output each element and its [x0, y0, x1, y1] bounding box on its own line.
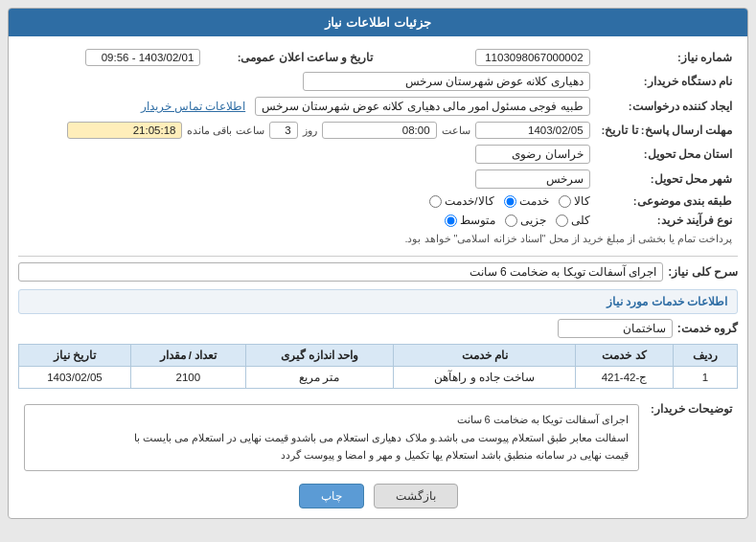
buyer-name-label: نام دستگاه خریدار: [596, 69, 738, 94]
province-box: خراسان رضوی [475, 145, 590, 164]
category-options: کالا خدمت کالا/خدمت [18, 192, 596, 211]
deadline-date-box: 1403/02/05 [475, 122, 590, 139]
cell-row-num: 1 [673, 367, 737, 389]
header-title: جزئیات اطلاعات نیاز [325, 15, 430, 30]
radio-kala[interactable]: کالا [559, 194, 590, 208]
services-table: ردیف کد خدمت نام خدمت واحد اندازه گیری ت… [18, 344, 738, 389]
delivery-province-label: استان محل تحویل: [596, 142, 738, 167]
service-title-label: سرح کلی نیاز: [668, 265, 738, 279]
payment-note: پرداخت تمام یا بخشی از مبلغ خرید از محل … [404, 233, 732, 244]
creator-box: طبیه فوجی مسئول امور مالی دهیاری کلانه ع… [255, 97, 590, 116]
buyer-name-box: دهیاری کلانه عوض شهرستان سرخس [303, 72, 590, 91]
remaining-box: 21:05:18 [67, 122, 182, 139]
notes-value: اجرای آسفالت تویکا به ضخامت 6 سانت اسفال… [18, 396, 645, 474]
card-body: شماره نیاز: 1103098067000002 تاریخ و ساع… [9, 36, 747, 518]
main-card: جزئیات اطلاعات نیاز شماره نیاز: 11030980… [8, 8, 748, 519]
category-label: طبقه بندی موضوعی: [596, 192, 738, 211]
cell-quantity: 2100 [130, 367, 245, 389]
city-box: سرخس [475, 169, 590, 189]
service-details-header: اطلاعات خدمات مورد نیاز [18, 289, 738, 314]
radio-jozii[interactable]: جزیی [505, 214, 546, 227]
radio-koli[interactable]: کلی [556, 214, 590, 227]
cell-unit: متر مریع [245, 367, 393, 389]
page-wrapper: جزئیات اطلاعات نیاز شماره نیاز: 11030980… [0, 0, 756, 542]
day-box: 3 [269, 122, 298, 139]
creator-link[interactable]: اطلاعات تماس خریدار [141, 101, 245, 112]
remaining-label: ساعت باقی مانده [187, 124, 263, 137]
back-button[interactable]: بازگشت [374, 484, 458, 508]
deadline-row: 1403/02/05 ساعت 08:00 روز 3 ساعت باقی ما… [18, 119, 596, 142]
delivery-city-label: شهر محل تحویل: [596, 167, 738, 192]
table-row: 1 ج-42-421 ساخت جاده و راهآهن متر مریع 2… [19, 367, 738, 389]
cell-date: 1403/02/05 [19, 367, 131, 389]
col-date: تاریخ نیاز [19, 345, 131, 367]
buyer-name-value: دهیاری کلانه عوض شهرستان سرخس [18, 69, 596, 94]
payment-note-cell: پرداخت تمام یا بخشی از مبلغ خرید از محل … [18, 230, 738, 248]
radio-kala-khadamat[interactable]: کالا/خدمت [429, 194, 493, 208]
deadline-label: مهلت ارسال پاسخ: تا تاریخ: [596, 119, 738, 142]
creator-value: طبیه فوجی مسئول امور مالی دهیاری کلانه ع… [18, 94, 596, 119]
creator-label: ایجاد کننده درخواست: [596, 94, 738, 119]
col-row-num: ردیف [673, 345, 737, 367]
cell-service-name: ساخت جاده و راهآهن [393, 367, 575, 389]
card-header: جزئیات اطلاعات نیاز [9, 9, 747, 36]
ref-number-label: شماره نیاز: [596, 46, 738, 69]
divider-1 [18, 256, 738, 257]
process-type-label: نوع فرآیند خرید: [596, 211, 738, 230]
date-time-label: تاریخ و ساعت اعلان عمومی: [206, 46, 378, 69]
ref-number-box: 1103098067000002 [475, 49, 590, 66]
service-group-label: گروه خدمت: [677, 322, 738, 335]
delivery-province-value: خراسان رضوی [18, 142, 596, 167]
service-description-box: اجرای آسفالت تویکا به ضخامت 6 سانت [18, 262, 663, 282]
hour-label: ساعت [442, 124, 470, 137]
notes-table: توضیحات خریدار: اجرای آسفالت تویکا به ضخ… [18, 396, 738, 474]
hour-box: 08:00 [322, 122, 437, 139]
notes-box: اجرای آسفالت تویکا به ضخامت 6 سانت اسفال… [24, 404, 639, 471]
radio-mota-waset[interactable]: متوسط [445, 214, 495, 227]
service-group-row: گروه خدمت: ساختمان [18, 319, 738, 338]
col-service-name: نام خدمت [393, 345, 575, 367]
cell-service-code: ج-42-421 [576, 367, 673, 389]
col-unit: واحد اندازه گیری [245, 345, 393, 367]
col-service-code: کد خدمت [576, 345, 673, 367]
date-time-value: 1403/02/01 - 09:56 [18, 46, 206, 69]
service-desc-row: سرح کلی نیاز: اجرای آسفالت تویکا به ضخام… [18, 262, 738, 282]
date-time-box: 1403/02/01 - 09:56 [85, 49, 200, 66]
day-label: روز [303, 124, 317, 137]
col-quantity: تعداد / مقدار [130, 345, 245, 367]
delivery-city-value: سرخس [18, 167, 596, 192]
ref-number-value: 1103098067000002 [407, 46, 595, 69]
print-button[interactable]: چاپ [299, 484, 364, 508]
radio-khadamat[interactable]: خدمت [504, 194, 549, 208]
info-table: شماره نیاز: 1103098067000002 تاریخ و ساع… [18, 46, 738, 248]
process-options: کلی جزیی متوسط [18, 211, 596, 230]
notes-label: توضیحات خریدار: [645, 396, 738, 474]
service-group-value: ساختمان [558, 319, 673, 338]
btn-row: بازگشت چاپ [18, 484, 738, 508]
